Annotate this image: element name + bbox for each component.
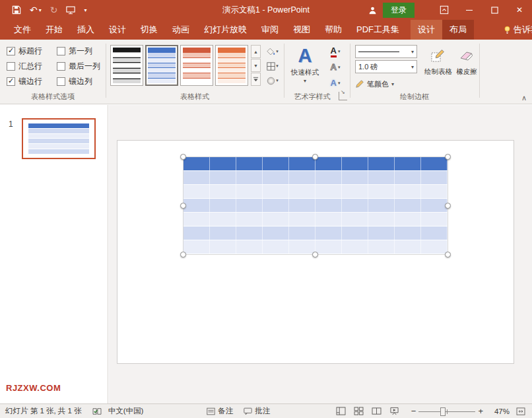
shading-icon (267, 48, 275, 56)
checkbox-total-row[interactable]: 汇总行 (7, 62, 57, 71)
slide[interactable] (117, 140, 514, 364)
ribbon-display-options-button[interactable] (432, 0, 457, 20)
table-style-option-blue-banded[interactable] (145, 45, 178, 86)
effects-icon (267, 77, 275, 85)
tab-home[interactable]: 开始 (38, 20, 70, 40)
checkbox-first-column[interactable]: 第一列 (57, 47, 107, 55)
close-button[interactable] (507, 0, 532, 20)
pen-color-button[interactable]: 笔颜色 (355, 77, 417, 91)
customize-qat-button[interactable] (84, 3, 86, 17)
resize-handle[interactable] (445, 203, 451, 209)
zoom-controls: − + 47% (409, 406, 527, 417)
resize-handle[interactable] (312, 252, 318, 258)
tab-slideshow[interactable]: 幻灯片放映 (197, 20, 254, 40)
tell-me-button[interactable]: 告诉我 (496, 20, 532, 40)
draw-table-button[interactable]: 绘制表格 (422, 44, 454, 94)
wordart-dialog-launcher-icon[interactable] (339, 92, 347, 100)
text-fill-button[interactable] (325, 44, 346, 59)
gallery-down-button[interactable]: ▼ (251, 59, 261, 72)
tab-table-design[interactable]: 设计 (411, 20, 442, 40)
effects-button[interactable] (263, 74, 282, 87)
close-icon (516, 5, 523, 15)
table-tools-contextual-tabs: 设计 布局 (411, 20, 474, 40)
tab-table-layout[interactable]: 布局 (442, 20, 474, 40)
zoom-in-button[interactable]: + (475, 406, 486, 416)
slide-table[interactable] (183, 157, 448, 254)
normal-view-button[interactable] (336, 407, 346, 415)
notes-button[interactable]: 备注 (207, 406, 233, 416)
checkbox-last-column[interactable]: 最后一列 (57, 62, 107, 71)
checkbox-banded-rows[interactable]: 镶边行 (7, 77, 57, 86)
group-divider (106, 44, 106, 98)
tab-design[interactable]: 设计 (102, 20, 133, 40)
undo-dropdown-icon (39, 7, 42, 13)
resize-handle[interactable] (445, 154, 451, 160)
checkbox-box (7, 47, 15, 55)
fit-slide-to-window-button[interactable] (516, 407, 525, 415)
minimize-button[interactable] (457, 0, 482, 20)
slide-count-status[interactable]: 幻灯片 第 1 张, 共 1 张 (5, 406, 82, 416)
dropdown-icon (276, 49, 279, 54)
tab-view[interactable]: 视图 (286, 20, 317, 40)
eraser-icon (459, 48, 475, 63)
ribbon-tab-row: 文件 开始 插入 设计 切换 动画 幻灯片放映 审阅 视图 帮助 PDF工具集 … (0, 20, 532, 40)
reading-view-button[interactable] (372, 407, 382, 415)
resize-handle[interactable] (180, 203, 186, 209)
resize-handle[interactable] (180, 154, 186, 160)
gallery-up-button[interactable]: ▲ (251, 45, 261, 58)
account-icon[interactable] (366, 6, 379, 15)
text-outline-button[interactable] (325, 60, 346, 75)
checkbox-header-row[interactable]: 标题行 (7, 47, 57, 55)
text-fill-icon (331, 46, 337, 57)
login-button[interactable]: 登录 (383, 3, 415, 18)
table-style-option-dark-grid[interactable] (110, 45, 143, 86)
resize-handle[interactable] (312, 154, 318, 160)
zoom-out-button[interactable]: − (409, 406, 419, 416)
pen-style-preview (358, 52, 399, 52)
zoom-slider[interactable] (418, 406, 475, 417)
language-status[interactable]: 中文(中国) (108, 406, 144, 416)
pen-style-combo[interactable] (355, 45, 417, 58)
table-style-option-red-striped[interactable] (180, 45, 213, 86)
slideshow-view-button[interactable] (389, 407, 399, 415)
eraser-button[interactable]: 橡皮擦 (455, 44, 478, 94)
spellcheck-status[interactable] (92, 407, 102, 415)
minimize-icon (466, 10, 473, 11)
comments-button[interactable]: 批注 (244, 406, 270, 416)
undo-button[interactable] (30, 3, 42, 17)
tab-insert[interactable]: 插入 (70, 20, 102, 40)
start-slideshow-button[interactable] (66, 3, 75, 17)
gallery-more-button[interactable] (251, 73, 261, 86)
borders-button[interactable] (263, 59, 282, 73)
text-effects-button[interactable] (325, 76, 346, 90)
pen-weight-combo[interactable]: 1.0 磅 (355, 60, 417, 73)
zoom-slider-handle[interactable] (440, 407, 446, 416)
tab-review[interactable]: 审阅 (254, 20, 286, 40)
slide-thumbnail[interactable] (22, 118, 96, 159)
slide-sorter-button[interactable] (354, 407, 364, 415)
resize-handle[interactable] (180, 252, 186, 258)
table-style-option-orange-banded[interactable] (215, 45, 248, 86)
tab-transitions[interactable]: 切换 (133, 20, 165, 40)
maximize-button[interactable] (482, 0, 507, 20)
group-label-wordart-styles: 艺术字样式 (285, 92, 339, 102)
collapse-ribbon-icon[interactable] (521, 94, 527, 102)
checkbox-banded-columns[interactable]: 镶边列 (57, 77, 107, 86)
tab-animations[interactable]: 动画 (165, 20, 197, 40)
normal-view-icon (336, 407, 346, 415)
shading-button[interactable] (263, 45, 282, 58)
workspace: 1 RJZXW.COM (0, 105, 532, 403)
pen-weight-value: 1.0 磅 (358, 62, 378, 72)
pen-icon (355, 79, 364, 88)
zoom-level[interactable]: 47% (488, 407, 510, 415)
redo-button[interactable] (50, 3, 58, 17)
tab-pdf-tools[interactable]: PDF工具集 (349, 20, 407, 40)
ribbon: 标题行 汇总行 镶边行 第一列 最后一列 镶边列 表格样式选项 ▲ ▼ (0, 40, 532, 104)
quick-styles-button[interactable]: 快速样式 (288, 44, 321, 94)
tab-help[interactable]: 帮助 (317, 20, 349, 40)
table-style-preview (148, 48, 176, 83)
table-style-preview (218, 48, 246, 83)
tab-file[interactable]: 文件 (7, 20, 38, 40)
resize-handle[interactable] (445, 252, 451, 258)
save-button[interactable] (12, 3, 21, 17)
